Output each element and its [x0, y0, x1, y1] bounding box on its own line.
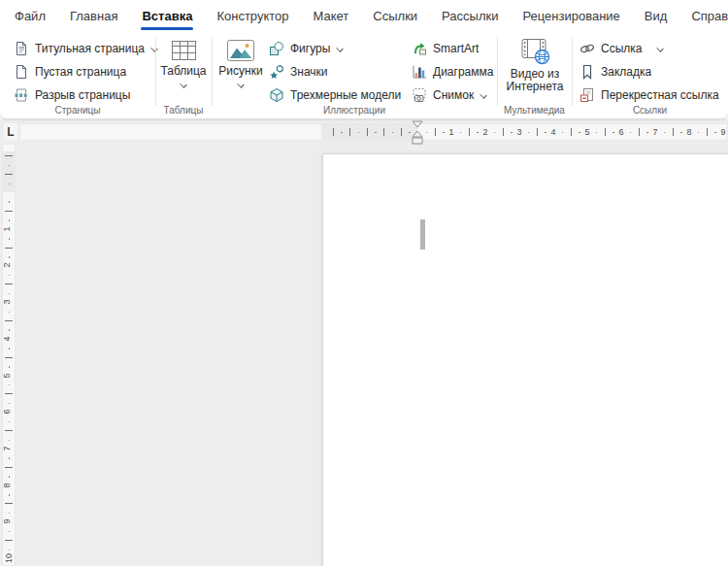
title-page-button[interactable]: Титульная страница [14, 38, 159, 59]
cross-reference-button[interactable]: Перекрестная ссылка [579, 84, 719, 106]
document-page[interactable] [322, 153, 728, 566]
ruler-tick [349, 128, 350, 136]
group-label-tables: Таблицы [155, 105, 212, 116]
ruler-number: 7 [2, 446, 12, 450]
menu-tab-6[interactable]: Рассылки [441, 7, 499, 25]
chevron-down-icon[interactable] [237, 81, 246, 88]
ruler-tick [571, 128, 572, 136]
ruler-dot [714, 132, 716, 134]
ruler-dot [443, 132, 445, 134]
3d-models-button[interactable]: Трехмерные модели [269, 84, 424, 106]
ruler-row: L 123456789 [0, 119, 728, 145]
3d-models-label: Трехмерные модели [290, 88, 401, 102]
page-break-button[interactable]: Разрыв страницы [14, 84, 130, 106]
ruler-dot [511, 132, 513, 134]
group-label-pages: Страницы [0, 105, 155, 116]
menu-tab-2[interactable]: Вставка [141, 7, 193, 25]
ruler-dot [9, 329, 11, 331]
ruler-number: 8 [2, 483, 12, 487]
ruler-dot [9, 238, 11, 240]
icons-button[interactable]: Значки [269, 61, 328, 83]
ruler-tick [469, 128, 470, 136]
ruler-dot [9, 494, 11, 496]
menu-tab-7[interactable]: Рецензирование [521, 7, 620, 25]
ruler-dot [9, 440, 11, 442]
ruler-dot [646, 132, 648, 134]
chevron-down-icon[interactable] [480, 91, 488, 99]
chart-button[interactable]: Диаграмма [412, 61, 493, 83]
link-label: Ссылка [601, 42, 642, 55]
menu-tab-9[interactable]: Справка [690, 7, 728, 25]
ruler-number: 6 [2, 410, 12, 415]
icons-icon [269, 64, 284, 80]
ruler-dot [9, 312, 11, 314]
ruler-tick [5, 503, 13, 504]
chevron-down-icon[interactable] [180, 81, 188, 88]
menu-tab-4[interactable]: Макет [313, 7, 350, 25]
pictures-label: Рисунки [218, 65, 262, 78]
menu-tab-8[interactable]: Вид [644, 7, 669, 25]
ruler-dot [680, 132, 682, 134]
title-page-label: Титульная страница [35, 42, 145, 55]
ruler-dot [9, 366, 11, 368]
ruler-dot [375, 132, 377, 134]
screenshot-button[interactable]: Снимок [412, 84, 488, 106]
chevron-down-icon[interactable] [656, 45, 665, 52]
chart-icon [412, 64, 427, 80]
vertical-ruler[interactable]: 12345678910 [2, 144, 16, 566]
ruler-tick [5, 283, 13, 284]
online-video-button[interactable]: Видео из Интернета [499, 38, 571, 93]
menu-tab-3[interactable]: Конструктор [215, 7, 289, 25]
ruler-dot [9, 348, 11, 350]
table-icon [171, 39, 197, 62]
ruler-tick [639, 128, 640, 136]
cross-reference-icon [579, 87, 595, 103]
ruler-number: 1 [2, 226, 12, 231]
page-break-icon [14, 87, 29, 103]
link-button[interactable]: Ссылка [579, 38, 665, 59]
pictures-button[interactable]: Рисунки [215, 39, 267, 88]
menu-tab-1[interactable]: Главная [69, 7, 118, 25]
ruler-tick [5, 540, 13, 541]
ruler-tick [5, 357, 13, 358]
blank-page-button[interactable]: Пустая страница [14, 61, 126, 83]
ruler-dot [9, 256, 11, 258]
ruler-dot [9, 219, 11, 221]
3d-model-icon [269, 87, 284, 103]
ruler-dot [9, 183, 11, 185]
bookmark-button[interactable]: Закладка [579, 61, 651, 83]
ruler-tick [5, 430, 13, 431]
ruler-tick [503, 128, 504, 136]
bookmark-label: Закладка [601, 65, 651, 79]
link-icon [579, 41, 595, 56]
menu-tab-5[interactable]: Ссылки [372, 7, 418, 25]
smartart-button[interactable]: SmartArt [412, 38, 479, 59]
ruler-number: 5 [2, 373, 12, 378]
table-button[interactable]: Таблица [158, 39, 209, 88]
title-page-icon [14, 41, 29, 56]
menu-tab-0[interactable]: Файл [14, 7, 47, 25]
smartart-icon [412, 41, 427, 56]
horizontal-ruler[interactable]: 123456789 [0, 123, 728, 141]
ruler-number: 8 [686, 126, 691, 138]
cross-reference-label: Перекрестная ссылка [601, 88, 719, 102]
blank-page-label: Пустая страница [35, 65, 126, 79]
ruler-tick [5, 174, 13, 175]
ruler-number: 9 [2, 519, 12, 524]
vertical-ruler-margin-zone [3, 151, 15, 192]
word-window: ФайлГлавнаяВставкаКонструкторМакетСсылки… [0, 0, 728, 566]
group-separator [212, 37, 213, 106]
ruler-dot [9, 549, 11, 551]
ruler-tick [5, 248, 13, 249]
ruler-tick [333, 128, 334, 136]
ruler-tick [605, 128, 606, 136]
shapes-button[interactable]: Фигуры [269, 38, 345, 59]
ruler-dot [477, 132, 479, 134]
ruler-dot [9, 476, 11, 478]
ruler-dot [9, 201, 11, 203]
group-label-illustrations: Иллюстрации [212, 105, 497, 116]
indent-marker[interactable] [411, 120, 424, 146]
document-workspace: L 123456789 12345678910 [0, 118, 728, 566]
ruler-tick [367, 128, 368, 136]
group-label-links: Ссылки [572, 105, 728, 116]
